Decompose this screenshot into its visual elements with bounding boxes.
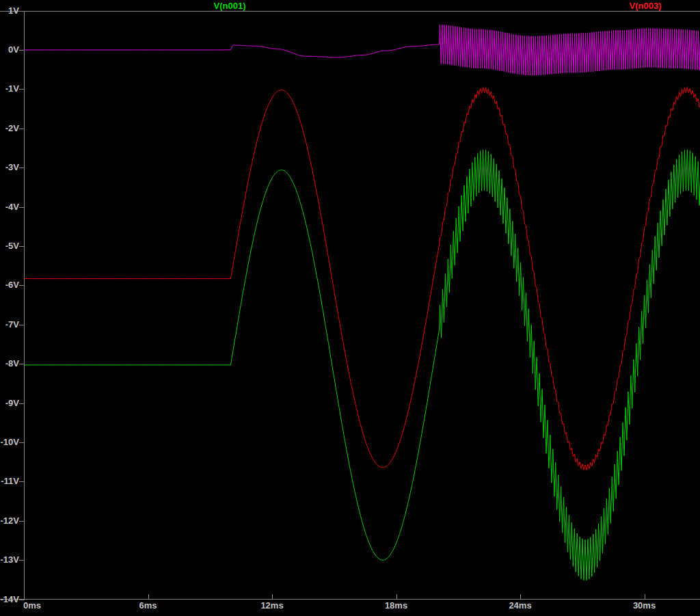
x-tick-label: 18ms (381, 601, 412, 611)
trace-unlabeled-magenta[interactable] (24, 25, 700, 75)
y-tick-label: -13V (0, 555, 19, 565)
y-tick-label: -7V (0, 320, 19, 330)
plot-area[interactable] (0, 0, 700, 616)
y-tick-label: -5V (0, 241, 19, 251)
trace-vn001-green[interactable] (24, 150, 700, 580)
legend-label-vn003[interactable]: V(n003) (612, 1, 678, 11)
axes (0, 11, 700, 600)
y-tick-label: -2V (0, 124, 19, 133)
y-tick-label: -10V (0, 438, 19, 447)
waveform-viewer-pane: V(n001) V(n003) 1V0V-1V-2V-3V-4V-5V-6V-7… (0, 0, 700, 616)
y-tick-label: 1V (0, 6, 19, 16)
traces (24, 25, 700, 580)
y-tick-label: -11V (0, 477, 19, 486)
legend-label-vn001[interactable]: V(n001) (197, 1, 262, 11)
trace-vn003-red[interactable] (24, 88, 700, 470)
x-tick-label: 30ms (629, 601, 660, 611)
x-tick-label: 24ms (504, 601, 536, 611)
y-tick-label: -3V (0, 163, 19, 172)
y-tick-label: -8V (0, 359, 19, 369)
y-tick-label: -12V (0, 516, 19, 526)
y-tick-label: -1V (0, 84, 19, 94)
y-tick-label: -4V (0, 202, 19, 212)
x-tick-label: 6ms (133, 601, 164, 611)
y-tick-label: -6V (0, 280, 19, 290)
x-tick-label: 12ms (256, 601, 288, 611)
x-tick-label: 0ms (16, 601, 48, 611)
y-tick-label: 0V (0, 45, 19, 55)
y-tick-label: -9V (0, 399, 19, 408)
